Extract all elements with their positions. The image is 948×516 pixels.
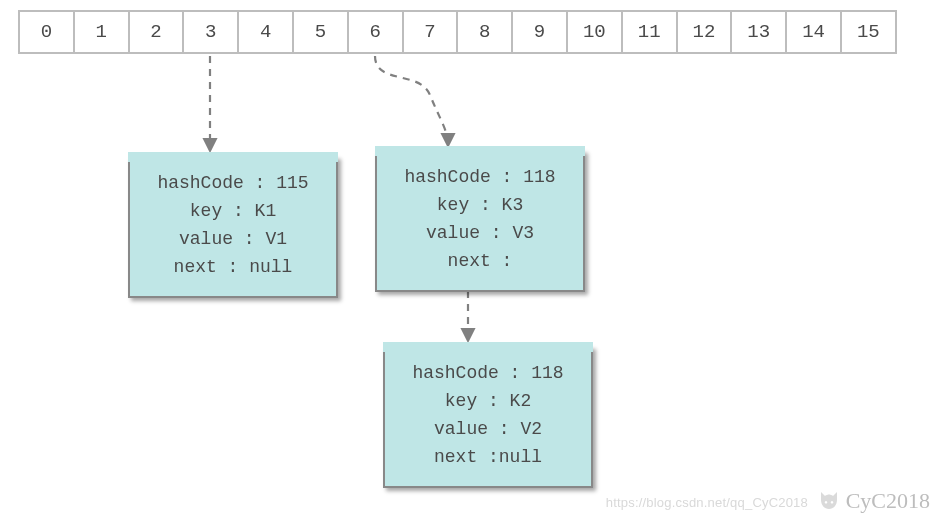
- bucket-cell-2: 2: [128, 10, 185, 54]
- node-k3-value: value : V3: [385, 220, 575, 248]
- node-k3-next: next :: [385, 248, 575, 276]
- bucket-cell-12: 12: [676, 10, 733, 54]
- watermark-signature-text: CyC2018: [846, 488, 930, 514]
- node-k2: hashCode : 118 key : K2 value : V2 next …: [383, 346, 593, 488]
- node-k2-hashcode: hashCode : 118: [393, 360, 583, 388]
- hash-buckets-array: 0 1 2 3 4 5 6 7 8 9 10 11 12 13 14 15: [18, 10, 897, 54]
- node-k2-next: next :null: [393, 444, 583, 472]
- bucket-cell-11: 11: [621, 10, 678, 54]
- bucket-cell-7: 7: [402, 10, 459, 54]
- bucket-cell-1: 1: [73, 10, 130, 54]
- bucket-cell-9: 9: [511, 10, 568, 54]
- cat-icon: [816, 489, 842, 513]
- diagram-stage: 0 1 2 3 4 5 6 7 8 9 10 11 12 13 14 15 ha…: [0, 0, 948, 516]
- bucket-cell-13: 13: [730, 10, 787, 54]
- bucket-cell-0: 0: [18, 10, 75, 54]
- node-k2-key: key : K2: [393, 388, 583, 416]
- bucket-cell-3: 3: [182, 10, 239, 54]
- bucket-cell-14: 14: [785, 10, 842, 54]
- arrow-bucket6-to-node2: [375, 56, 448, 145]
- node-k1-value: value : V1: [138, 226, 328, 254]
- node-k3-key: key : K3: [385, 192, 575, 220]
- node-k2-value: value : V2: [393, 416, 583, 444]
- watermark-url: https://blog.csdn.net/qq_CyC2018: [606, 495, 808, 510]
- node-k3-hashcode: hashCode : 118: [385, 164, 575, 192]
- node-k1-hashcode: hashCode : 115: [138, 170, 328, 198]
- bucket-cell-4: 4: [237, 10, 294, 54]
- bucket-cell-8: 8: [456, 10, 513, 54]
- bucket-cell-6: 6: [347, 10, 404, 54]
- watermark-signature: CyC2018: [816, 488, 930, 514]
- node-k1-key: key : K1: [138, 198, 328, 226]
- node-k1-next: next : null: [138, 254, 328, 282]
- bucket-cell-5: 5: [292, 10, 349, 54]
- bucket-cell-10: 10: [566, 10, 623, 54]
- node-k1: hashCode : 115 key : K1 value : V1 next …: [128, 156, 338, 298]
- node-k3: hashCode : 118 key : K3 value : V3 next …: [375, 150, 585, 292]
- bucket-cell-15: 15: [840, 10, 897, 54]
